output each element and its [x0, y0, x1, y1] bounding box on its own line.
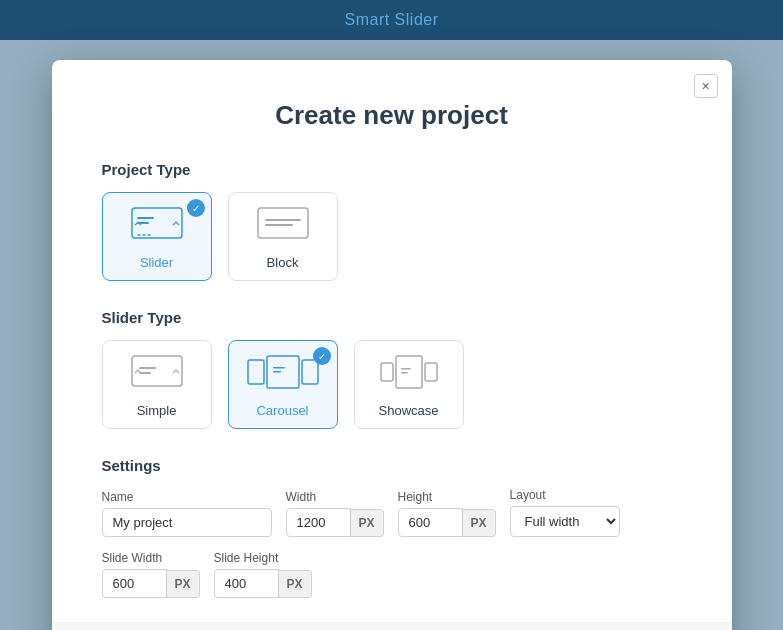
slider-type-showcase[interactable]: Showcase [354, 340, 464, 429]
top-bar: Smart Slider [0, 0, 783, 40]
svg-rect-20 [401, 372, 408, 374]
svg-rect-15 [273, 371, 281, 373]
svg-rect-19 [401, 368, 411, 370]
slider-type-label: Slider Type [102, 309, 682, 326]
settings-section: Settings Name Width PX [102, 457, 682, 598]
slider-type-simple[interactable]: Simple [102, 340, 212, 429]
slider-type-carousel-label: Carousel [256, 403, 308, 418]
project-type-label: Project Type [102, 161, 682, 178]
slider-check-badge: ✓ [187, 199, 205, 217]
simple-slider-icon [131, 355, 183, 395]
name-field-group: Name [102, 490, 272, 537]
slide-width-field-group: Slide Width PX [102, 551, 200, 598]
width-input[interactable] [286, 508, 351, 537]
modal-backdrop: × Create new project Project Type ✓ [0, 40, 783, 630]
slide-height-px-badge: PX [279, 570, 312, 598]
project-type-slider-label: Slider [140, 255, 173, 270]
modal-footer: CREATE [52, 622, 732, 630]
height-field-group: Height PX [398, 490, 496, 537]
modal: × Create new project Project Type ✓ [52, 60, 732, 630]
name-input[interactable] [102, 508, 272, 537]
slide-width-px-badge: PX [167, 570, 200, 598]
layout-select[interactable]: Full width Boxed [510, 506, 620, 537]
slider-type-showcase-label: Showcase [379, 403, 439, 418]
slide-width-input[interactable] [102, 569, 167, 598]
svg-rect-1 [137, 217, 154, 219]
app-title: Smart Slider [344, 11, 438, 29]
width-px-badge: PX [351, 509, 384, 537]
slider-type-simple-label: Simple [137, 403, 177, 418]
project-type-block-label: Block [267, 255, 299, 270]
svg-rect-6 [258, 208, 308, 238]
svg-rect-7 [265, 219, 301, 221]
slider-icon [131, 207, 183, 247]
showcase-icon [380, 355, 438, 395]
slide-height-label: Slide Height [214, 551, 312, 565]
svg-rect-21 [425, 363, 437, 381]
svg-rect-8 [265, 224, 293, 226]
slide-height-input[interactable] [214, 569, 279, 598]
svg-rect-12 [248, 360, 264, 384]
slide-width-input-wrap: PX [102, 569, 200, 598]
carousel-check-badge: ✓ [313, 347, 331, 365]
height-label: Height [398, 490, 496, 504]
width-input-wrap: PX [286, 508, 384, 537]
svg-rect-18 [396, 356, 422, 388]
svg-rect-16 [302, 360, 318, 384]
project-type-row: ✓ Slider [102, 192, 682, 281]
slider-type-row: Simple ✓ Carousel [102, 340, 682, 429]
slide-height-input-wrap: PX [214, 569, 312, 598]
svg-rect-17 [381, 363, 393, 381]
settings-label: Settings [102, 457, 682, 474]
name-label: Name [102, 490, 272, 504]
settings-fields: Name Width PX Height [102, 488, 682, 598]
width-field-group: Width PX [286, 490, 384, 537]
layout-field-group: Layout Full width Boxed [510, 488, 620, 537]
slide-height-field-group: Slide Height PX [214, 551, 312, 598]
svg-rect-14 [273, 367, 285, 369]
height-input-wrap: PX [398, 508, 496, 537]
width-label: Width [286, 490, 384, 504]
close-button[interactable]: × [694, 74, 718, 98]
carousel-icon [247, 355, 319, 395]
layout-input-wrap: Full width Boxed [510, 506, 620, 537]
app-title-icon: S [344, 11, 355, 28]
svg-rect-10 [139, 367, 156, 369]
project-type-slider[interactable]: ✓ Slider [102, 192, 212, 281]
block-icon [257, 207, 309, 247]
slide-width-label: Slide Width [102, 551, 200, 565]
height-input[interactable] [398, 508, 463, 537]
svg-rect-13 [267, 356, 299, 388]
height-px-badge: PX [463, 509, 496, 537]
project-type-block[interactable]: Block [228, 192, 338, 281]
modal-title: Create new project [102, 100, 682, 131]
slider-type-carousel[interactable]: ✓ Carousel [228, 340, 338, 429]
layout-label: Layout [510, 488, 620, 502]
name-input-wrap [102, 508, 272, 537]
